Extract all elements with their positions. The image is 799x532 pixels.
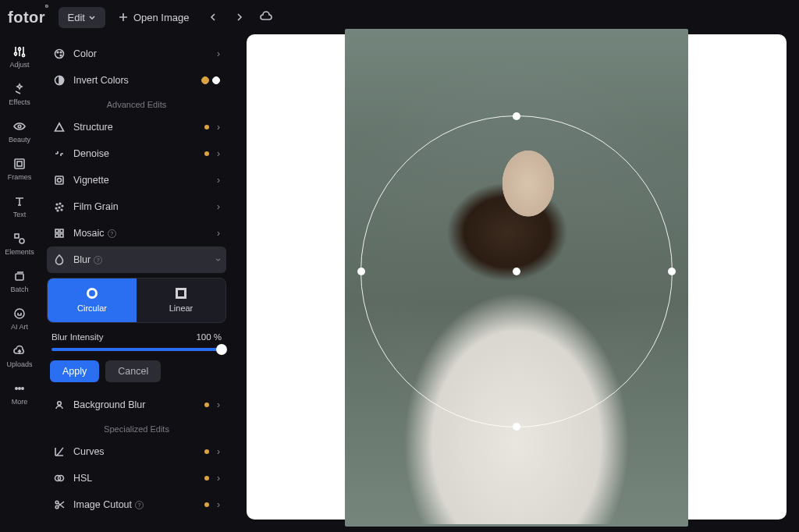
chevron-right-icon: › [217, 473, 220, 484]
svg-point-19 [58, 179, 62, 183]
svg-rect-18 [55, 176, 63, 184]
svg-rect-30 [60, 234, 63, 237]
blur-intensity: Blur Intensity 100 % [47, 331, 226, 360]
rail-adjust[interactable]: Adjust [2, 39, 37, 73]
row-background-blur[interactable]: Background Blur › [47, 392, 226, 418]
svg-rect-28 [60, 229, 63, 232]
row-invert-colors[interactable]: Invert Colors [47, 67, 226, 94]
svg-rect-29 [55, 234, 59, 237]
apply-button[interactable]: Apply [50, 360, 99, 382]
row-hsl[interactable]: HSL › [47, 465, 226, 491]
blur-icon [53, 254, 66, 266]
row-curves[interactable]: Curves › [47, 438, 226, 465]
wand-icon [12, 81, 27, 97]
svg-point-13 [55, 50, 64, 59]
row-vignette[interactable]: Vignette › [47, 167, 226, 193]
edit-dropdown[interactable]: Edit [59, 7, 105, 28]
help-icon[interactable]: ? [94, 256, 102, 264]
image[interactable] [345, 29, 688, 527]
blur-linear[interactable]: Linear [137, 278, 225, 322]
pro-badge [204, 476, 209, 481]
svg-rect-6 [15, 234, 19, 238]
row-film-grain[interactable]: Film Grain › [47, 193, 226, 220]
svg-point-31 [58, 402, 62, 406]
rail-frames[interactable]: Frames [2, 151, 37, 186]
blur-shape-toggle: Circular Linear [47, 278, 226, 323]
svg-point-0 [14, 52, 16, 55]
svg-point-11 [19, 388, 20, 389]
svg-rect-27 [55, 229, 59, 232]
adjust-panel: Color › Invert Colors Advanced Edits Str… [39, 34, 234, 532]
chevron-right-icon: › [217, 228, 220, 239]
handle-west[interactable] [357, 268, 365, 275]
svg-point-14 [57, 51, 59, 53]
svg-point-23 [55, 207, 57, 209]
upload-icon [12, 343, 27, 359]
grain-icon [53, 200, 66, 213]
rail-more[interactable]: More [2, 376, 37, 410]
rectangle-icon [176, 288, 186, 299]
canvas-area [234, 34, 799, 532]
row-denoise[interactable]: Denoise › [47, 140, 226, 167]
svg-point-20 [56, 204, 58, 205]
svg-point-16 [60, 55, 62, 56]
svg-rect-5 [17, 161, 22, 166]
chevron-right-icon: › [217, 175, 220, 186]
svg-point-15 [60, 51, 62, 53]
handle-north[interactable] [513, 112, 520, 120]
handle-center[interactable] [513, 268, 520, 275]
undo-button[interactable] [202, 6, 224, 28]
pro-badge [204, 403, 209, 407]
row-blur[interactable]: Blur? › [47, 246, 226, 273]
intensity-slider[interactable] [51, 348, 222, 351]
rail-elements[interactable]: Elements [2, 226, 37, 261]
rail-ai-art[interactable]: AI Art [2, 301, 37, 335]
portrait-icon [53, 399, 66, 411]
rail-effects[interactable]: Effects [2, 76, 37, 111]
scissors-icon [53, 498, 66, 511]
section-advanced: Advanced Edits [47, 94, 226, 114]
slider-knob[interactable] [216, 344, 227, 355]
svg-point-2 [22, 54, 24, 56]
svg-point-21 [59, 203, 61, 204]
more-icon [12, 381, 27, 396]
svg-point-1 [18, 48, 20, 50]
canvas[interactable] [247, 34, 787, 520]
curves-icon [53, 445, 66, 458]
sliders-icon [12, 44, 27, 59]
svg-point-34 [55, 501, 59, 504]
vignette-icon [53, 174, 66, 186]
open-image-button[interactable]: Open Image [110, 12, 197, 23]
rail-batch[interactable]: Batch [2, 264, 37, 298]
contrast-icon [53, 74, 66, 87]
chevron-right-icon: › [217, 48, 220, 59]
handle-south[interactable] [513, 423, 520, 431]
svg-point-3 [18, 125, 21, 128]
cancel-button[interactable]: Cancel [105, 360, 161, 382]
pro-badge [204, 151, 209, 156]
help-icon[interactable]: ? [108, 229, 116, 238]
cloud-sync-button[interactable] [255, 6, 277, 28]
blur-circular[interactable]: Circular [48, 278, 137, 322]
svg-point-35 [55, 505, 59, 509]
row-mosaic[interactable]: Mosaic? › [47, 220, 226, 246]
triangle-icon [53, 121, 66, 133]
row-color[interactable]: Color › [47, 41, 226, 67]
redo-button[interactable] [229, 6, 250, 28]
help-icon[interactable]: ? [135, 501, 144, 509]
rail-uploads[interactable]: Uploads [2, 339, 37, 373]
handle-east[interactable] [668, 268, 676, 275]
row-structure[interactable]: Structure › [47, 114, 226, 140]
rail-text[interactable]: Text [2, 189, 37, 223]
chevron-right-icon: › [217, 148, 220, 159]
pro-badge [204, 449, 209, 454]
pro-badge [204, 125, 209, 129]
chevron-right-icon: › [217, 122, 220, 133]
frame-icon [12, 156, 27, 172]
blur-selection-circle[interactable] [360, 115, 673, 427]
svg-point-10 [16, 388, 17, 389]
chevron-right-icon: › [217, 399, 220, 410]
rail-beauty[interactable]: Beauty [2, 114, 37, 148]
plus-icon [118, 12, 129, 23]
row-image-cutout[interactable]: Image Cutout? › [47, 491, 226, 518]
